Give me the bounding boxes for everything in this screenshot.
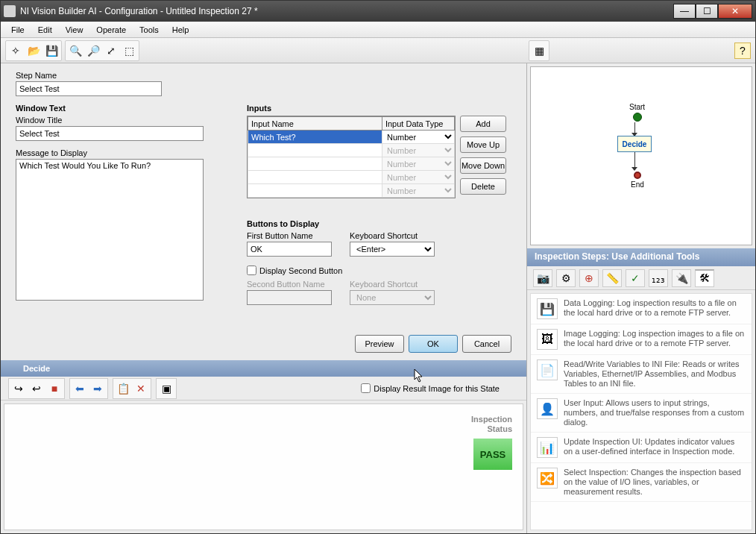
display-result-checkbox[interactable] xyxy=(361,383,371,393)
close-button[interactable]: ✕ xyxy=(718,4,752,19)
step-icon: 📊 xyxy=(537,437,558,458)
preview-button[interactable]: Preview xyxy=(355,335,404,353)
keyboard-shortcut-select[interactable]: <Enter> xyxy=(350,242,435,257)
menu-operate[interactable]: Operate xyxy=(90,24,132,36)
prev-icon[interactable]: ⬅ xyxy=(72,380,88,397)
stop-icon[interactable]: ■ xyxy=(46,380,63,397)
second-button-name-label: Second Button Name xyxy=(247,280,332,289)
step-in-icon[interactable]: ↪ xyxy=(10,380,27,397)
window-title-label: Window Title xyxy=(16,116,224,125)
step-text: Read/Write Variables to INI File: Reads … xyxy=(564,359,746,389)
flow-start-label: Start xyxy=(629,103,645,111)
details-icon[interactable]: ▣ xyxy=(158,380,174,397)
first-button-name-label: First Button Name xyxy=(247,231,332,240)
zoom-out-icon[interactable]: 🔎 xyxy=(85,43,101,59)
step-icon: 👤 xyxy=(537,398,558,419)
help-icon[interactable]: ? xyxy=(734,43,751,59)
input-type-select: Number xyxy=(382,171,454,183)
tab-measure-icon[interactable]: 📏 xyxy=(602,269,622,287)
zoom-in-icon[interactable]: 🔍 xyxy=(67,43,84,59)
table-row[interactable]: Number xyxy=(248,157,455,171)
tab-check-icon[interactable]: ✓ xyxy=(626,269,645,287)
menu-tools[interactable]: Tools xyxy=(133,24,165,36)
second-button-name-input xyxy=(247,290,332,305)
clipboard-icon[interactable]: 📋 xyxy=(115,380,131,397)
delete-step-icon[interactable]: ✕ xyxy=(133,380,149,397)
col-input-name[interactable]: Input Name xyxy=(248,117,382,131)
minimize-button[interactable]: — xyxy=(673,4,696,19)
ok-button[interactable]: OK xyxy=(409,335,458,353)
table-row[interactable]: Number xyxy=(248,144,455,157)
step-item[interactable]: 📊Update Inspection UI: Updates indicator… xyxy=(531,433,752,463)
step-icon: 💾 xyxy=(537,298,558,319)
tab-process-icon[interactable]: ⚙ xyxy=(556,269,576,287)
display-result-label: Display Result Image for this State xyxy=(374,384,500,393)
menu-file[interactable]: File xyxy=(5,24,31,36)
zoom-fit-icon[interactable]: ⤢ xyxy=(103,43,119,59)
step-out-icon[interactable]: ↩ xyxy=(28,380,45,397)
input-type-select[interactable]: Number xyxy=(382,131,454,143)
add-button[interactable]: Add xyxy=(460,116,506,132)
tab-io-icon[interactable]: 🔌 xyxy=(672,269,691,287)
input-name-cell[interactable] xyxy=(248,144,382,157)
menu-edit[interactable]: Edit xyxy=(32,24,58,36)
tab-tools-icon[interactable]: 🛠 xyxy=(695,269,714,287)
window-title: NI Vision Builder AI - Configuration - U… xyxy=(20,6,673,16)
step-text: Data Logging: Log inspection results to … xyxy=(564,298,746,319)
maximize-button[interactable]: ☐ xyxy=(696,4,718,19)
pass-indicator: PASS xyxy=(473,439,512,470)
window-text-heading: Window Text xyxy=(16,104,224,113)
new-icon[interactable]: ✧ xyxy=(7,43,24,59)
flowchart[interactable]: Start Decide End xyxy=(530,66,752,245)
menu-view[interactable]: View xyxy=(60,24,89,36)
tab-numeric-icon[interactable]: ₁₂₃ xyxy=(649,269,668,287)
flow-start[interactable]: Start xyxy=(629,103,645,122)
move-up-button[interactable]: Move Up xyxy=(460,136,506,153)
step-item[interactable]: 🔀Select Inspection: Changes the inspecti… xyxy=(531,463,752,502)
step-item[interactable]: 💾Data Logging: Log inspection results to… xyxy=(531,294,752,324)
input-name-cell[interactable] xyxy=(248,171,382,184)
move-down-button[interactable]: Move Down xyxy=(460,157,506,174)
step-icon: 🔀 xyxy=(537,468,558,489)
open-icon[interactable]: 📂 xyxy=(25,43,42,59)
steps-list[interactable]: 💾Data Logging: Log inspection results to… xyxy=(530,293,752,530)
zoom-region-icon[interactable]: ⬚ xyxy=(121,43,137,59)
next-icon[interactable]: ➡ xyxy=(89,380,106,397)
step-icon: 📄 xyxy=(537,359,558,380)
keyboard-shortcut2-select: None xyxy=(350,290,435,305)
step-item[interactable]: 👤User Input: Allows users to input strin… xyxy=(531,394,752,433)
table-row[interactable]: Which Test?Number xyxy=(248,131,455,144)
step-item[interactable]: 🖼Image Logging: Log inspection images to… xyxy=(531,324,752,355)
delete-button[interactable]: Delete xyxy=(460,178,506,195)
step-text: Select Inspection: Changes the inspectio… xyxy=(564,468,746,497)
flow-decide-label: Decide xyxy=(617,136,652,152)
flow-end[interactable]: End xyxy=(631,172,644,189)
app-icon xyxy=(4,5,16,17)
input-type-select: Number xyxy=(382,157,454,170)
state-header: Decide xyxy=(1,360,526,377)
col-input-type[interactable]: Input Data Type xyxy=(382,117,454,131)
table-row[interactable]: Number xyxy=(248,171,455,184)
steps-header: Inspection Steps: Use Additional Tools xyxy=(527,248,755,266)
cancel-button[interactable]: Cancel xyxy=(462,335,511,353)
inputs-heading: Inputs xyxy=(247,104,511,113)
display-second-checkbox[interactable] xyxy=(247,266,256,275)
tab-target-icon[interactable]: ⊕ xyxy=(579,269,599,287)
step-name-input[interactable] xyxy=(16,81,162,96)
step-text: Image Logging: Log inspection images to … xyxy=(564,329,746,350)
input-name-cell[interactable] xyxy=(248,157,382,171)
window-title-input[interactable] xyxy=(16,126,204,141)
input-name-cell[interactable] xyxy=(248,184,382,198)
save-icon[interactable]: 💾 xyxy=(43,43,60,59)
first-button-name-input[interactable] xyxy=(247,242,332,257)
input-name-cell[interactable]: Which Test? xyxy=(248,131,382,144)
titlebar: NI Vision Builder AI - Configuration - U… xyxy=(1,1,755,22)
flow-decide[interactable]: Decide xyxy=(617,136,652,152)
tab-camera-icon[interactable]: 📷 xyxy=(533,269,552,287)
table-row[interactable]: Number xyxy=(248,184,455,198)
menu-help[interactable]: Help xyxy=(166,24,195,36)
step-icon: 🖼 xyxy=(537,329,558,350)
layout-icon[interactable]: ▦ xyxy=(531,43,547,59)
message-textarea[interactable]: Which Test Would You Like To Run? xyxy=(16,159,204,301)
step-item[interactable]: 📄Read/Write Variables to INI File: Reads… xyxy=(531,355,752,394)
